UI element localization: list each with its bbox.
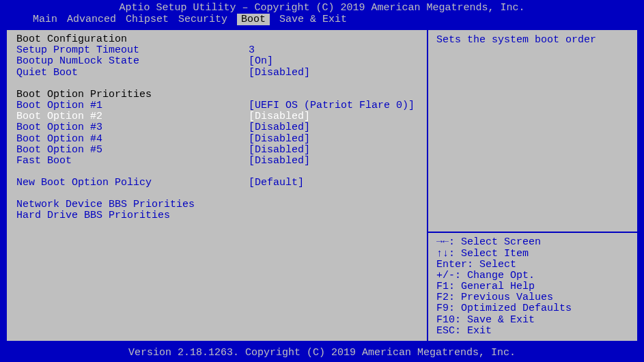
bios-frame: Aptio Setup Utility – Copyright (C) 2019… [0,0,644,362]
field-setup-prompt-timeout[interactable]: Setup Prompt Timeout 3 [16,45,417,56]
menu-main[interactable]: Main [33,14,57,25]
field-boot-option-2[interactable]: Boot Option #2 [Disabled] [16,111,417,122]
menu-security[interactable]: Security [178,14,227,25]
section-boot-configuration: Boot Configuration [16,34,417,45]
menu-advanced[interactable]: Advanced [67,14,116,25]
hint-select-screen: →←: Select Screen [436,237,629,248]
field-boot-option-5[interactable]: Boot Option #5 [Disabled] [16,145,417,156]
menu-boot[interactable]: Boot [237,14,270,25]
field-boot-option-4[interactable]: Boot Option #4 [Disabled] [16,134,417,145]
menu-bar: Main Advanced Chipset Security Boot Save… [0,14,644,27]
right-panel: Sets the system boot order →←: Select Sc… [427,29,639,342]
section-boot-option-priorities: Boot Option Priorities [16,89,417,100]
menu-chipset[interactable]: Chipset [126,14,169,25]
header: Aptio Setup Utility – Copyright (C) 2019… [0,0,644,29]
hint-select-item: ↑↓: Select Item [436,249,629,260]
hint-general-help: F1: General Help [436,281,629,292]
field-fast-boot[interactable]: Fast Boot [Disabled] [16,156,417,167]
field-bootup-numlock-state[interactable]: Bootup NumLock State [On] [16,56,417,67]
hint-enter-select: Enter: Select [436,260,629,270]
hints-panel: →←: Select Screen ↑↓: Select Item Enter:… [428,233,637,341]
field-boot-option-1[interactable]: Boot Option #1 [UEFI OS (Patriot Flare 0… [16,100,417,111]
hint-esc-exit: ESC: Exit [436,326,629,337]
link-hard-drive-bbs-priorities[interactable]: Hard Drive BBS Priorities [16,210,417,221]
footer: Version 2.18.1263. Copyright (C) 2019 Am… [0,345,644,362]
field-quiet-boot[interactable]: Quiet Boot [Disabled] [16,68,417,79]
content: Boot Configuration Setup Prompt Timeout … [5,29,639,342]
link-network-device-bbs-priorities[interactable]: Network Device BBS Priorities [16,199,417,210]
left-panel: Boot Configuration Setup Prompt Timeout … [5,29,427,342]
hint-previous-values: F2: Previous Values [436,292,629,303]
header-title: Aptio Setup Utility – Copyright (C) 2019… [0,2,644,14]
content-wrap: Boot Configuration Setup Prompt Timeout … [0,29,644,345]
hint-change-opt: +/-: Change Opt. [436,270,629,281]
field-new-boot-option-policy[interactable]: New Boot Option Policy [Default] [16,178,417,189]
menu-save-exit[interactable]: Save & Exit [279,14,347,25]
hint-save-exit: F10: Save & Exit [436,315,629,326]
field-boot-option-3[interactable]: Boot Option #3 [Disabled] [16,122,417,133]
help-text: Sets the system boot order [436,34,629,46]
help-panel: Sets the system boot order [428,30,637,233]
hint-optimized-defaults: F9: Optimized Defaults [436,303,629,314]
